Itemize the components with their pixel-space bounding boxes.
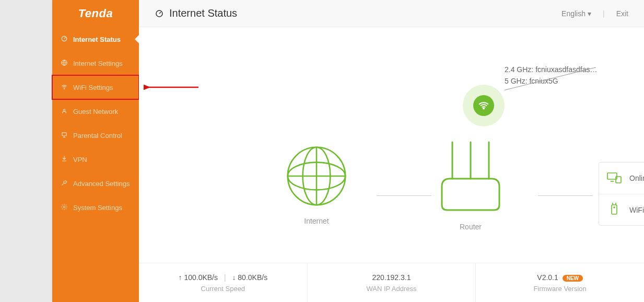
download-speed: 80.0KB/s xyxy=(238,273,267,282)
upload-speed: 100.0KB/s xyxy=(184,273,218,282)
svg-point-14 xyxy=(614,207,615,208)
speed-col: ↑ 100.0KB/s | ↓ 80.0KB/s Current Speed xyxy=(139,263,307,302)
guest-icon xyxy=(60,107,69,116)
page-title: Internet Status xyxy=(169,7,237,19)
footer-stats: ↑ 100.0KB/s | ↓ 80.0KB/s Current Speed 2… xyxy=(139,263,644,302)
nav-label: Guest Network xyxy=(73,108,118,115)
svg-rect-13 xyxy=(612,205,617,214)
nav-internet-status[interactable]: Internet Status xyxy=(52,27,139,51)
nav-label: System Settings xyxy=(73,204,122,212)
svg-point-7 xyxy=(483,108,484,109)
nav-label: WiFi Settings xyxy=(73,84,113,91)
wifi-node[interactable] xyxy=(463,85,505,126)
nav-system-settings[interactable]: System Settings xyxy=(52,195,139,219)
svg-point-5 xyxy=(63,206,65,208)
nav-label: VPN xyxy=(73,156,87,164)
firmware-col: V2.0.1 NEW Firmware Version xyxy=(475,263,644,302)
nav-label: Parental Control xyxy=(73,132,122,140)
nav-internet-settings[interactable]: Internet Settings xyxy=(52,51,139,75)
wifi-extender-row[interactable]: WiFi Extender xyxy=(599,194,644,225)
svg-point-3 xyxy=(63,109,65,111)
parental-icon xyxy=(60,131,69,140)
sidebar: Tenda Internet Status Internet Settings … xyxy=(52,0,139,302)
wan-ip: 220.192.3.1 xyxy=(372,273,411,282)
connection-line-2 xyxy=(538,195,593,196)
exit-link[interactable]: Exit xyxy=(616,9,628,18)
connection-line-1 xyxy=(377,195,431,196)
nav-label: Internet Settings xyxy=(73,60,123,67)
main: Internet Status English ▾ | Exit 2.4 GHz… xyxy=(139,0,644,302)
annotation-arrow xyxy=(144,81,201,94)
online-label: Online: xyxy=(629,174,644,182)
svg-point-2 xyxy=(64,88,64,89)
wan-col: 220.192.3.1 WAN IP Address xyxy=(307,263,476,302)
nav-parental-control[interactable]: Parental Control xyxy=(52,123,139,147)
internet-node[interactable]: Internet xyxy=(285,145,348,225)
nav-advanced-settings[interactable]: Advanced Settings xyxy=(52,171,139,195)
chevron-down-icon: ▾ xyxy=(588,9,591,18)
vpn-icon xyxy=(60,155,69,164)
new-badge: NEW xyxy=(563,275,583,282)
router-node[interactable]: Router xyxy=(434,137,507,231)
online-devices-row[interactable]: Online: 6 xyxy=(599,162,644,194)
nav-vpn[interactable]: VPN xyxy=(52,147,139,171)
language-selector[interactable]: English ▾ xyxy=(561,9,591,18)
nav-label: Advanced Settings xyxy=(73,180,130,188)
devices-icon xyxy=(606,171,622,185)
wan-caption: WAN IP Address xyxy=(366,285,416,293)
dashboard-icon xyxy=(60,35,69,44)
nav-guest-network[interactable]: Guest Network xyxy=(52,99,139,123)
separator: | xyxy=(224,273,226,282)
status-panel: Online: 6 WiFi Extender xyxy=(599,162,644,226)
status-icon xyxy=(155,9,164,18)
wifi-icon xyxy=(60,83,69,92)
router-label: Router xyxy=(434,223,507,231)
ssid-24: 2.4 GHz: fcniuxasdfasdfas… xyxy=(505,64,597,75)
nav-wifi-settings[interactable]: WiFi Settings xyxy=(52,75,139,99)
topbar: Internet Status English ▾ | Exit xyxy=(139,0,644,27)
firmware-version: V2.0.1 xyxy=(537,273,558,282)
gear-icon xyxy=(60,203,69,212)
nav-label: Internet Status xyxy=(73,36,121,43)
brand-logo: Tenda xyxy=(52,0,139,27)
wifi-ssid-block: 2.4 GHz: fcniuxasdfasdfas… 5 GHz: fcniux… xyxy=(505,64,597,87)
tools-icon xyxy=(60,179,69,188)
content: 2.4 GHz: fcniuxasdfasdfas… 5 GHz: fcniux… xyxy=(139,27,644,302)
speed-caption: Current Speed xyxy=(201,285,245,293)
arrow-down-icon: ↓ xyxy=(232,273,236,282)
extender-label: WiFi Extender xyxy=(629,206,644,214)
wifi-signal-icon xyxy=(473,95,494,116)
svg-rect-4 xyxy=(62,132,66,135)
ssid-5: 5 GHz: fcniux5G xyxy=(505,75,597,87)
internet-label: Internet xyxy=(285,217,348,225)
extender-icon xyxy=(606,202,622,218)
firmware-caption: Firmware Version xyxy=(534,285,587,293)
nav-list: Internet Status Internet Settings WiFi S… xyxy=(52,27,139,219)
separator: | xyxy=(603,9,605,18)
language-label: English xyxy=(561,9,586,18)
globe-icon xyxy=(60,59,69,68)
arrow-up-icon: ↑ xyxy=(179,273,182,282)
